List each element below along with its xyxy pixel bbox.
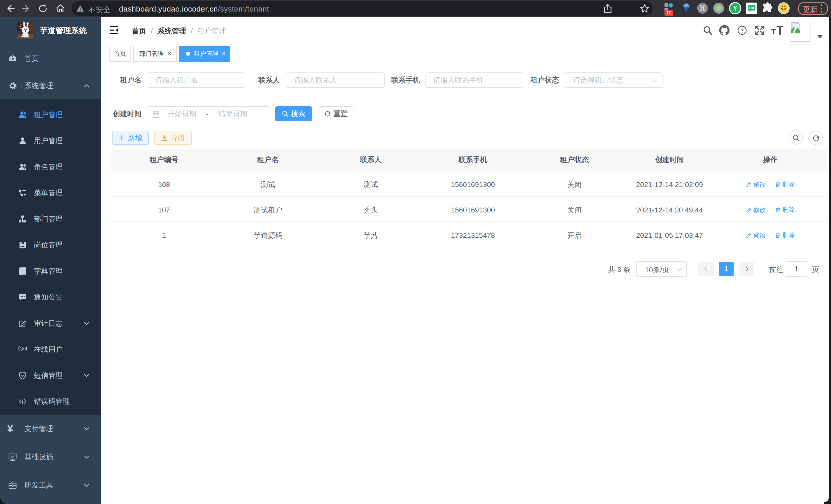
svg-text:?: ? xyxy=(740,27,744,34)
